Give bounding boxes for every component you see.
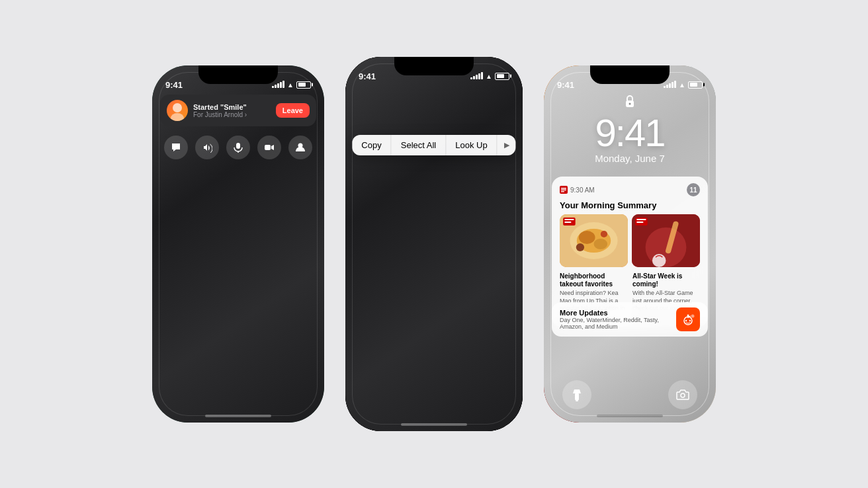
notification-header: 9:30 AM 11 xyxy=(560,183,700,196)
status-bar-2: 9:41 ▲ xyxy=(345,57,523,86)
phone-3-lockscreen: 9:41 ▲ xyxy=(544,65,716,423)
camera-settings-icon[interactable]: ○ xyxy=(504,87,509,98)
home-indicator-2[interactable] xyxy=(401,423,467,426)
svg-rect-2 xyxy=(236,143,240,149)
notification-time: 9:30 AM xyxy=(570,186,595,194)
album-art xyxy=(160,165,316,284)
facetime-person-btn[interactable] xyxy=(288,136,312,159)
status-icons-3: ▲ xyxy=(664,81,703,89)
svg-point-42 xyxy=(629,103,631,105)
battery-icon-2 xyxy=(495,73,509,80)
status-time-2: 9:41 xyxy=(359,71,376,81)
phone-1-music: 9:41 ▲ xyxy=(152,65,324,423)
chat-button[interactable] xyxy=(183,388,196,403)
svg-rect-21 xyxy=(220,338,226,354)
facetime-chat-btn[interactable] xyxy=(164,136,188,159)
camera-bottom-bar: 1 2 SLO-MO xyxy=(345,309,523,431)
facetime-sound-btn[interactable] xyxy=(195,136,219,159)
fast-forward-button[interactable] xyxy=(253,339,271,357)
camera-viewfinder: ⚡ ⌃ ○ don'tforgetgym - PETTI DI POLLO - … xyxy=(345,57,523,431)
facetime-avatar xyxy=(167,100,188,121)
camera-shutter-row xyxy=(345,354,523,397)
svg-rect-4 xyxy=(265,145,271,150)
song-info: Smile Wolf Alice ··· xyxy=(165,290,311,312)
svg-rect-63 xyxy=(636,222,643,223)
svg-marker-19 xyxy=(175,341,184,352)
status-time-3: 9:41 xyxy=(557,80,574,90)
svg-rect-35 xyxy=(500,309,502,310)
svg-rect-30 xyxy=(494,305,498,306)
song-artist: Wolf Alice xyxy=(165,302,301,312)
svg-point-69 xyxy=(687,315,689,317)
more-updates-card[interactable]: More Updates Day One, WaterMinder, Reddi… xyxy=(552,302,708,337)
facetime-mic-btn[interactable] xyxy=(226,136,250,159)
more-updates-text: More Updates Day One, WaterMinder, Reddi… xyxy=(560,309,671,330)
lens-dot-1[interactable] xyxy=(415,313,419,317)
status-icons-1: ▲ xyxy=(272,81,311,89)
video-thumbnail xyxy=(273,224,310,277)
shutter-button[interactable] xyxy=(413,354,455,397)
notification-count: 11 xyxy=(687,183,700,196)
svg-point-51 xyxy=(594,239,608,249)
facetime-subtitle: For Justin Arnold › xyxy=(193,111,271,118)
song-more-button[interactable]: ··· xyxy=(301,294,311,308)
live-text-badge[interactable] xyxy=(488,299,509,320)
list-button[interactable] xyxy=(280,389,293,402)
notification-image-1 xyxy=(560,214,628,267)
facetime-video-btn[interactable] xyxy=(257,136,281,159)
camera-shortcut-button[interactable] xyxy=(668,380,697,409)
status-time-1: 9:41 xyxy=(165,80,183,90)
playback-controls xyxy=(165,337,271,360)
chevron-up-icon[interactable]: ⌃ xyxy=(434,87,442,98)
camera-top-controls: ⚡ ⌃ ○ xyxy=(345,86,523,99)
lockscreen-bottom-controls xyxy=(544,380,716,409)
notification-title: Your Morning Summary xyxy=(560,200,700,210)
lens-selector-1x[interactable]: 1 xyxy=(423,309,436,322)
note-line-12: SPAZZATURA? xyxy=(370,222,499,235)
lens-selector-2x[interactable]: 2 xyxy=(439,309,453,322)
progress-remaining: -2:02 xyxy=(296,320,311,327)
home-indicator-3[interactable] xyxy=(597,415,663,417)
more-updates-body: Day One, WaterMinder, Reddit, Tasty, Ama… xyxy=(560,317,671,330)
select-all-button[interactable]: Select All xyxy=(392,135,446,155)
signal-icon-3 xyxy=(664,81,676,88)
facetime-text: Started "Smile" For Justin Arnold › xyxy=(193,103,271,118)
article-2-headline: All-Star Week is coming! xyxy=(632,272,700,288)
facetime-leave-button[interactable]: Leave xyxy=(276,103,310,118)
svg-rect-27 xyxy=(280,389,293,391)
battery-icon-3 xyxy=(688,81,703,89)
svg-rect-20 xyxy=(211,338,216,354)
airplay-button[interactable] xyxy=(232,388,245,403)
context-menu-arrow[interactable]: ▶ xyxy=(498,135,516,155)
facetime-banner[interactable]: Started "Smile" For Justin Arnold › Leav… xyxy=(160,95,316,126)
wifi-icon-1: ▲ xyxy=(287,81,294,89)
svg-marker-22 xyxy=(253,341,262,352)
svg-point-73 xyxy=(681,393,685,397)
home-indicator-1[interactable] xyxy=(205,415,271,417)
svg-point-52 xyxy=(576,243,584,251)
phone-2-camera: ⚡ ⌃ ○ don'tforgetgym - PETTI DI POLLO - … xyxy=(345,57,523,431)
svg-rect-29 xyxy=(280,397,293,399)
look-up-button[interactable]: Look Up xyxy=(446,135,497,155)
svg-point-67 xyxy=(691,315,695,318)
svg-point-9 xyxy=(175,256,198,284)
pause-button[interactable] xyxy=(210,337,227,360)
svg-rect-71 xyxy=(575,393,579,400)
flash-icon[interactable]: ⚡ xyxy=(359,86,372,99)
volume-slider[interactable] xyxy=(165,366,311,374)
notification-images xyxy=(560,214,700,267)
progress-current: 1:15 xyxy=(165,320,178,327)
rewind-button[interactable] xyxy=(165,339,184,357)
svg-marker-23 xyxy=(262,341,271,352)
battery-icon-1 xyxy=(296,81,311,89)
more-updates-title: More Updates xyxy=(560,309,671,317)
svg-rect-45 xyxy=(561,190,566,191)
flashlight-button[interactable] xyxy=(562,380,591,409)
svg-rect-44 xyxy=(561,188,566,189)
context-menu: Copy Select All Look Up ▶ xyxy=(352,135,515,155)
gallery-thumbnail[interactable] xyxy=(372,363,398,388)
progress-bar[interactable]: 1:15 -2:02 xyxy=(165,315,311,327)
copy-button[interactable]: Copy xyxy=(352,135,391,155)
reddit-icon xyxy=(676,307,700,331)
flip-camera-button[interactable] xyxy=(470,363,496,388)
